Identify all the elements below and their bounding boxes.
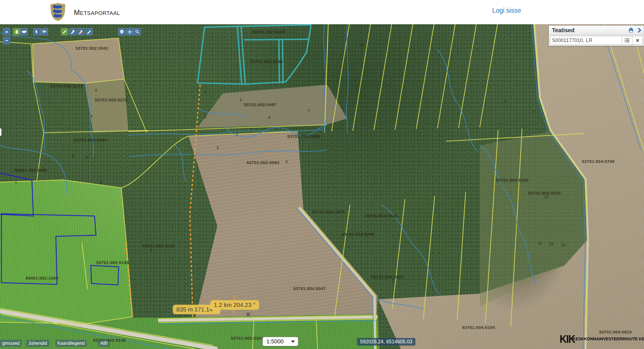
measure-area-add-button[interactable] bbox=[85, 28, 93, 36]
measure-end-marker: × bbox=[246, 310, 250, 319]
pan-tool-button[interactable] bbox=[13, 28, 20, 36]
left-panel-handle[interactable] bbox=[0, 128, 1, 136]
zoom-in-button[interactable]: + bbox=[3, 28, 10, 36]
navy-boundary-lines bbox=[0, 173, 119, 285]
forest-blue-lines bbox=[0, 24, 641, 349]
panel-title: Teatised bbox=[549, 27, 627, 34]
cadastral-yellow-lines bbox=[0, 24, 644, 349]
cursor-arrow-icon bbox=[34, 29, 39, 34]
notification-id: 50001177010, LR bbox=[550, 38, 622, 43]
scale-select[interactable]: 1:5000 bbox=[262, 337, 298, 346]
chevron-right-icon bbox=[637, 27, 642, 33]
cadastral-lines-overlay bbox=[0, 24, 644, 349]
panel-print-button[interactable] bbox=[627, 27, 635, 33]
map-canvas[interactable] bbox=[0, 24, 644, 349]
footer-link-abi[interactable]: ABI bbox=[98, 340, 110, 347]
footer-link-kaardilegend[interactable]: Kaardilegend bbox=[55, 340, 87, 347]
footer-link-tingimused[interactable]: gimused bbox=[0, 340, 21, 347]
footer-link-juhendid[interactable]: Juhendid bbox=[26, 340, 49, 347]
close-icon: × bbox=[636, 38, 639, 43]
measure-line-button[interactable] bbox=[61, 28, 68, 36]
select-area-button[interactable] bbox=[41, 28, 48, 36]
ruler-green-polygon-icon bbox=[86, 29, 92, 34]
zoom-out-button[interactable]: − bbox=[3, 37, 10, 44]
page-title: Metsaportaal bbox=[74, 8, 120, 17]
measure-area-button[interactable] bbox=[69, 28, 76, 36]
coordinates-readout: 592026.24, 6514605.03 bbox=[357, 338, 415, 346]
teatised-panel-body: 50001177010, LR × bbox=[549, 35, 644, 46]
panel-collapse-button[interactable] bbox=[635, 27, 644, 33]
chevron-down-icon bbox=[291, 341, 295, 343]
notification-row[interactable]: 50001177010, LR × bbox=[550, 36, 643, 45]
login-link[interactable]: Logi sisse bbox=[492, 7, 521, 14]
metsaportaal-app: { "header": { "app_title": "Metsaportaal… bbox=[0, 0, 644, 349]
list-icon bbox=[625, 38, 630, 43]
scale-value: 1:5000 bbox=[263, 338, 291, 345]
measure-tooltip-2: 1.2 km 204.23 ° bbox=[210, 300, 259, 310]
hand-icon bbox=[14, 29, 19, 34]
estonia-coat-of-arms-logo bbox=[49, 1, 67, 23]
cursor-polygon-icon bbox=[42, 29, 47, 34]
ruler-red-polygon-icon bbox=[78, 29, 84, 34]
app-header: Metsaportaal Logi sisse bbox=[0, 0, 644, 24]
measurement-lines bbox=[126, 85, 235, 317]
printer-icon bbox=[119, 29, 124, 34]
notification-remove-button[interactable]: × bbox=[632, 36, 643, 45]
estonia-extent-button[interactable] bbox=[20, 28, 28, 36]
notification-details-button[interactable] bbox=[622, 36, 632, 45]
search-icon bbox=[135, 29, 140, 34]
teatised-panel-header: Teatised bbox=[549, 25, 644, 35]
print-map-button[interactable] bbox=[118, 28, 126, 36]
search-button[interactable] bbox=[133, 28, 141, 36]
crosshair-move-icon bbox=[127, 29, 132, 34]
highlighted-parcels-teal bbox=[198, 25, 311, 84]
estonia-map-icon bbox=[21, 29, 27, 34]
kik-logo-text: KESKKONNAINVESTEERINGUTE KESKUS bbox=[573, 337, 644, 341]
measure-area-delete-button[interactable] bbox=[77, 28, 85, 36]
roads bbox=[0, 24, 588, 349]
ruler-icon bbox=[62, 29, 67, 34]
ruler-polygon-icon bbox=[70, 29, 75, 34]
center-map-button[interactable] bbox=[126, 28, 133, 36]
printer-icon bbox=[628, 27, 634, 33]
teatised-panel: Teatised 50001177010, LR bbox=[549, 25, 644, 46]
select-arrow-button[interactable] bbox=[33, 28, 41, 36]
